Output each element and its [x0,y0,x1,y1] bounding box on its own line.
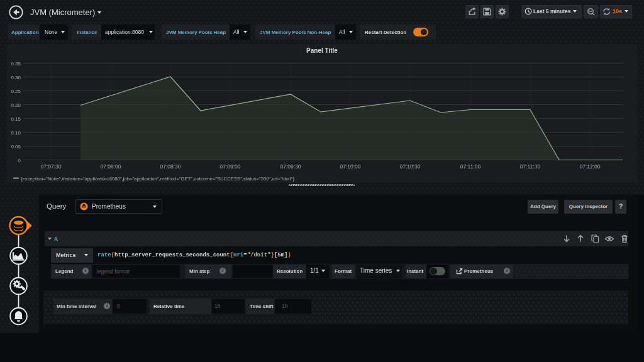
svg-text:0: 0 [18,158,21,163]
svg-text:0.30: 0.30 [11,75,21,80]
svg-text:07:07:30: 07:07:30 [40,163,61,170]
svg-text:0.15: 0.15 [11,116,21,122]
svg-text:0.20: 0.20 [11,102,21,108]
svg-text:07:08:00: 07:08:00 [100,163,121,170]
svg-text:0.10: 0.10 [11,130,21,136]
svg-text:07:09:00: 07:09:00 [219,163,240,170]
svg-text:0.35: 0.35 [11,61,21,67]
svg-text:07:11:00: 07:11:00 [460,163,481,170]
svg-text:0.25: 0.25 [11,89,21,94]
svg-text:07:08:30: 07:08:30 [160,163,180,170]
svg-text:{exception="None",instance="ap: {exception="None",instance="application:… [21,176,294,182]
svg-text:0.05: 0.05 [11,144,21,150]
svg-text:07:10:00: 07:10:00 [340,163,360,170]
svg-text:07:10:30: 07:10:30 [399,163,420,170]
svg-text:07:11:30: 07:11:30 [520,163,541,170]
svg-text:07:09:30: 07:09:30 [280,163,301,170]
svg-text:07:12:00: 07:12:00 [579,163,600,170]
